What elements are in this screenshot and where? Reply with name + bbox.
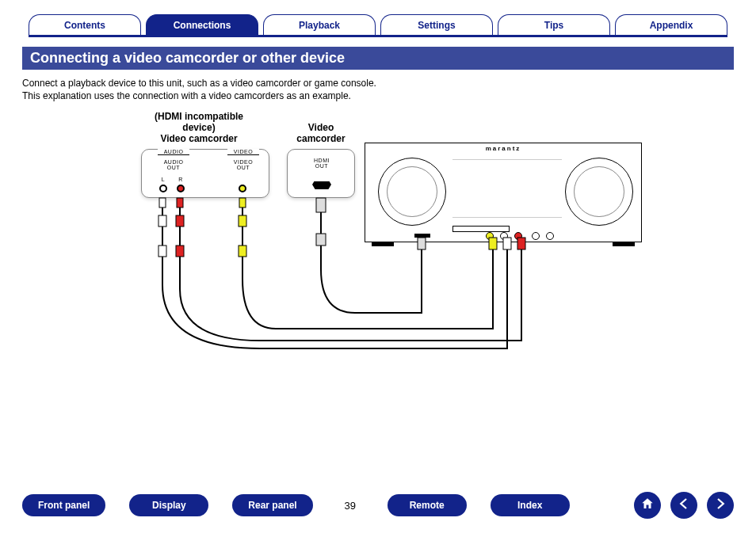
tab-settings[interactable]: Settings <box>380 14 493 35</box>
svg-rect-7 <box>176 246 184 257</box>
front-rca-red-icon <box>514 232 522 240</box>
intro-line: Connect a playback device to this unit, … <box>22 78 734 89</box>
hdmi-port-icon <box>312 181 331 189</box>
page-number: 39 <box>337 500 364 512</box>
svg-rect-1 <box>177 198 183 207</box>
connection-diagram: (HDMI incompatible device) Video camcord… <box>22 111 734 372</box>
foot-icon <box>613 242 635 246</box>
intro-line: This explanation uses the connection wit… <box>22 90 734 101</box>
tab-connections[interactable]: Connections <box>146 14 258 35</box>
arrow-right-icon <box>713 497 727 514</box>
rule-line <box>227 154 259 155</box>
front-hdmi-icon <box>414 234 430 238</box>
section-title: Connecting a video camcorder or other de… <box>22 47 734 70</box>
tab-underline <box>29 35 727 37</box>
hdmi-out-label: HDMI OUT <box>288 158 356 169</box>
front-rca-white-icon <box>500 232 508 240</box>
video-header: VIDEO <box>227 149 259 154</box>
slot-icon <box>452 226 510 232</box>
svg-rect-3 <box>158 215 166 227</box>
svg-rect-6 <box>158 246 166 257</box>
svg-rect-2 <box>239 198 246 207</box>
r-label: R <box>177 177 185 182</box>
foot-icon <box>372 242 394 246</box>
tab-playback[interactable]: Playback <box>263 14 376 35</box>
intro-text: Connect a playback device to this unit, … <box>22 78 734 101</box>
pill-rear-panel[interactable]: Rear panel <box>232 494 312 516</box>
pill-remote[interactable]: Remote <box>388 494 467 516</box>
svg-rect-5 <box>239 215 246 227</box>
device1-box: AUDIO VIDEO AUDIO OUT VIDEO OUT L R <box>141 149 269 198</box>
front-rca-yellow-icon <box>486 232 494 240</box>
home-icon <box>640 497 655 514</box>
text-line: Video <box>285 122 357 133</box>
device1-title: (HDMI incompatible device) Video camcord… <box>139 111 258 144</box>
tab-label: Contents <box>64 20 105 31</box>
prev-page-button[interactable] <box>670 492 697 519</box>
arrow-left-icon <box>677 497 691 514</box>
device2-box: HDMI OUT <box>287 149 355 198</box>
device2-title: Video camcorder <box>285 122 357 144</box>
front-jack-icon <box>546 232 554 240</box>
next-page-button[interactable] <box>707 492 734 519</box>
tab-tips[interactable]: Tips <box>498 14 610 35</box>
tab-label: Playback <box>299 20 340 31</box>
pill-display[interactable]: Display <box>129 494 208 516</box>
video-out-label: VIDEO OUT <box>227 159 259 170</box>
audio-header: AUDIO <box>158 149 189 154</box>
svg-rect-0 <box>159 198 166 207</box>
tab-contents[interactable]: Contents <box>29 14 141 35</box>
home-button[interactable] <box>634 492 661 519</box>
text-line: device) <box>139 122 258 133</box>
rca-red-jack-icon <box>177 185 185 192</box>
text-line: Video camcorder <box>139 133 258 144</box>
front-jack-icon <box>532 232 540 240</box>
pill-index[interactable]: Index <box>491 494 570 516</box>
knob-icon <box>378 158 446 226</box>
rca-yellow-jack-icon <box>239 185 246 192</box>
tab-label: Tips <box>544 20 563 31</box>
tab-label: Appendix <box>650 20 693 31</box>
bottom-nav: Front panel Display Rear panel 39 Remote… <box>22 492 734 519</box>
svg-rect-9 <box>316 198 326 212</box>
receiver-unit: marantz <box>365 143 642 242</box>
text-line: camcorder <box>285 133 357 144</box>
tab-label: Connections <box>174 20 231 31</box>
l-label: L <box>159 177 167 182</box>
rule-line <box>158 154 189 155</box>
audio-out-label: AUDIO OUT <box>158 159 189 170</box>
tab-appendix[interactable]: Appendix <box>615 14 727 35</box>
knob-icon <box>565 158 633 226</box>
svg-rect-10 <box>316 234 326 246</box>
rca-white-jack-icon <box>159 185 167 192</box>
top-tab-bar: Contents Connections Playback Settings T… <box>29 14 727 35</box>
panel-grid <box>452 159 562 218</box>
svg-rect-8 <box>239 246 246 257</box>
brand-label: marantz <box>486 145 521 152</box>
text-line: (HDMI incompatible <box>139 111 258 122</box>
svg-rect-4 <box>176 215 184 227</box>
tab-label: Settings <box>418 20 455 31</box>
pill-front-panel[interactable]: Front panel <box>22 494 105 516</box>
